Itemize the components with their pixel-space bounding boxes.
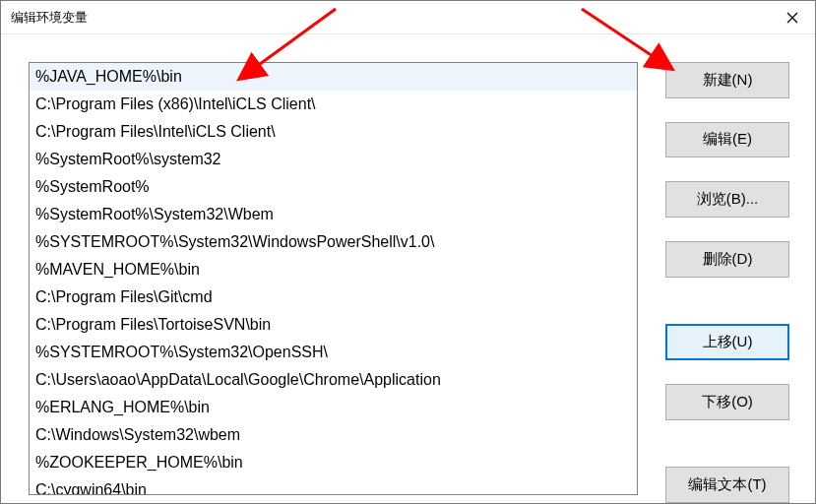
path-list-item[interactable]: C:\Program Files\TortoiseSVN\bin	[30, 311, 637, 339]
button-column: 新建(N) 编辑(E) 浏览(B)... 删除(D) 上移(U) 下移(O) 编…	[665, 62, 793, 503]
path-list-item[interactable]: %JAVA_HOME%\bin	[30, 63, 637, 91]
path-list-item[interactable]: C:\Users\aoao\AppData\Local\Google\Chrom…	[30, 366, 637, 394]
path-list-item[interactable]: %SystemRoot%\system32	[30, 146, 637, 173]
path-list-item[interactable]: %ERLANG_HOME%\bin	[30, 394, 637, 421]
path-list-item[interactable]: C:\Program Files\Intel\iCLS Client\	[30, 118, 637, 146]
browse-button[interactable]: 浏览(B)...	[665, 181, 789, 218]
new-button[interactable]: 新建(N)	[665, 62, 789, 98]
path-list-item[interactable]: %ZOOKEEPER_HOME%\bin	[30, 449, 637, 476]
path-list-item[interactable]: C:\Program Files (x86)\Intel\iCLS Client…	[30, 91, 637, 118]
path-list-item[interactable]: C:\Windows\System32\wbem	[30, 421, 637, 449]
move-up-button[interactable]: 上移(U)	[665, 324, 789, 360]
edit-text-button[interactable]: 编辑文本(T)	[665, 467, 789, 503]
move-down-button[interactable]: 下移(O)	[665, 384, 789, 420]
path-listbox[interactable]: %JAVA_HOME%\binC:\Program Files (x86)\In…	[29, 62, 638, 495]
path-list-item[interactable]: %SYSTEMROOT%\System32\OpenSSH\	[30, 339, 637, 366]
path-list-item[interactable]: C:\Program Files\Git\cmd	[30, 284, 637, 311]
path-list-item[interactable]: %SystemRoot%\System32\Wbem	[30, 201, 637, 228]
window-title: 编辑环境变量	[11, 9, 88, 27]
edit-button[interactable]: 编辑(E)	[665, 122, 789, 158]
title-bar: 编辑环境变量	[1, 1, 815, 34]
delete-button[interactable]: 删除(D)	[665, 241, 789, 278]
path-list-item[interactable]: %MAVEN_HOME%\bin	[30, 256, 637, 284]
close-icon	[786, 12, 798, 24]
path-list-item[interactable]: %SystemRoot%	[30, 173, 637, 201]
client-area: %JAVA_HOME%\binC:\Program Files (x86)\In…	[1, 34, 815, 503]
dialog-window: 编辑环境变量 %JAVA_HOME%\binC:\Program Files (…	[0, 0, 816, 504]
close-button[interactable]	[770, 1, 815, 34]
path-list-item[interactable]: C:\cygwin64\bin	[30, 476, 637, 495]
path-list-item[interactable]: %SYSTEMROOT%\System32\WindowsPowerShell\…	[30, 228, 637, 256]
